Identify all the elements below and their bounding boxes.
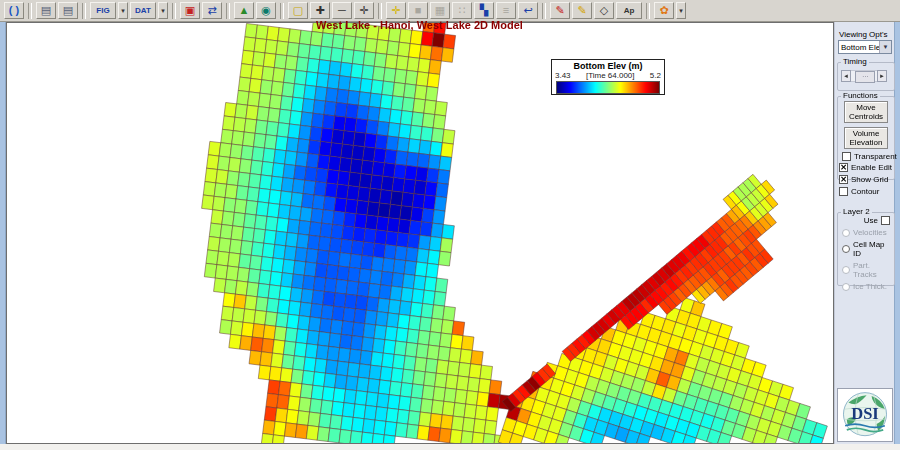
toolbar-separator [82, 3, 86, 19]
zoom-extent-button[interactable]: ▢ [288, 2, 308, 19]
timing-scrollbar[interactable]: ◄ ⋯ ► [841, 70, 887, 82]
window-frame-bottom [0, 444, 900, 450]
legend-max-value: 5.2 [650, 71, 661, 80]
legend-colorbar [556, 81, 660, 94]
export-dat-button[interactable]: DAT [130, 2, 156, 19]
chevron-down-icon[interactable]: ▼ [879, 41, 891, 53]
dsi-globe-icon: DSI [840, 391, 890, 439]
select-cell-button[interactable]: ✛ [386, 2, 406, 19]
pan-button[interactable]: ✛ [354, 2, 374, 19]
show-grid-label: Show Grid [851, 175, 888, 184]
viewing-opts-value: Bottom Elev [839, 43, 879, 52]
viewing-opts-label: Viewing Opt's [839, 30, 888, 39]
volume-elevation-button[interactable]: Volume Elevation [844, 127, 888, 149]
toolbar-separator [646, 3, 650, 19]
cell-map-id-radio[interactable] [842, 245, 850, 253]
enable-edit-checkbox[interactable]: ✕ [839, 163, 848, 172]
toolbar-separator [378, 3, 382, 19]
map-title: West Lake - Hanoi, West Lake 2D Model [316, 19, 523, 31]
mesh-button[interactable]: ▲ [234, 2, 254, 19]
move-centroids-button[interactable]: Move Centroids [844, 101, 888, 123]
model-grid-canvas[interactable] [7, 23, 833, 443]
legend-box: Bottom Elev (m) 3.43 [Time 64.000] 5.2 [551, 59, 665, 95]
pencil-red-button[interactable]: ✎ [550, 2, 570, 19]
timing-scroll-thumb[interactable]: ⋯ [855, 71, 875, 83]
enable-edit-label: Enable Edit [851, 163, 892, 172]
application-window: ( )▤▤FIG▾DAT▾▣⇄▲◉▢✚─✛✛■▦∷▚≡↩✎✎◇Ap✿▾ West… [0, 0, 900, 450]
velocities-label: Velocities [853, 228, 887, 237]
part-tracks-label: Part. Tracks [853, 261, 894, 279]
export-fig-button[interactable]: FIG [90, 2, 116, 19]
pencil-yellow-button[interactable]: ✎ [572, 2, 592, 19]
timing-group: Timing ◄ ⋯ ► [837, 62, 895, 91]
undo-button[interactable]: ↩ [518, 2, 538, 19]
fill-region-button: ■ [408, 2, 428, 19]
reload-button[interactable]: ⇄ [202, 2, 222, 19]
timing-scroll-right-icon[interactable]: ► [877, 70, 887, 82]
scatter-plot-button[interactable]: ▚ [474, 2, 494, 19]
svg-text:DSI: DSI [851, 404, 879, 423]
viewing-opts-dropdown[interactable]: Bottom Elev ▼ [838, 40, 892, 54]
settings-flower-button[interactable]: ✿ [654, 2, 674, 19]
ice-thick-label: Ice Thick. [853, 282, 887, 291]
cell-map-id-label: Cell Map ID [853, 240, 894, 258]
contour-label: Contour [851, 187, 879, 196]
functions-group-label: Functions [841, 91, 880, 100]
timing-scroll-left-icon[interactable]: ◄ [841, 70, 851, 82]
annotate-button[interactable]: Ap [616, 2, 642, 19]
print-dat-button[interactable]: ▤ [58, 2, 78, 19]
settings-flower-button-dropdown-icon[interactable]: ▾ [676, 2, 686, 19]
zoom-out-button[interactable]: ─ [332, 2, 352, 19]
layer2-group: Layer 2 Use Velocities Cell Map ID Part.… [837, 212, 895, 286]
polygon-button[interactable]: ◇ [594, 2, 614, 19]
node-select-button: ∷ [452, 2, 472, 19]
list-button: ≡ [496, 2, 516, 19]
ice-thick-radio[interactable] [842, 283, 850, 291]
part-tracks-radio[interactable] [842, 266, 850, 274]
model-map-panel[interactable] [6, 22, 834, 444]
globe-button[interactable]: ◉ [256, 2, 276, 19]
show-grid-checkbox[interactable]: ✕ [839, 175, 848, 184]
legend-title: Bottom Elev (m) [552, 61, 664, 71]
save-button[interactable]: ▣ [180, 2, 200, 19]
timing-scroll-track[interactable]: ⋯ [851, 70, 877, 82]
toolbar-separator [280, 3, 284, 19]
app-button[interactable]: ( ) [4, 2, 24, 19]
print-fig-button[interactable]: ▤ [36, 2, 56, 19]
toolbar-separator [542, 3, 546, 19]
toolbar-separator [28, 3, 32, 19]
velocities-radio[interactable] [842, 229, 850, 237]
layer2-group-label: Layer 2 [841, 207, 872, 216]
contour-checkbox[interactable] [839, 187, 848, 196]
export-fig-button-dropdown-icon[interactable]: ▾ [118, 2, 128, 19]
zoom-in-button[interactable]: ✚ [310, 2, 330, 19]
use-label: Use [864, 216, 878, 225]
export-dat-button-dropdown-icon[interactable]: ▾ [158, 2, 168, 19]
toolbar-separator [172, 3, 176, 19]
control-sidebar: Viewing Opt's Bottom Elev ▼ Timing ◄ ⋯ ►… [834, 22, 894, 444]
dsi-logo: DSI [837, 388, 893, 442]
chart-button: ▦ [430, 2, 450, 19]
timing-group-label: Timing [841, 57, 869, 66]
toolbar-separator [226, 3, 230, 19]
legend-time-label: [Time 64.000] [586, 71, 635, 80]
legend-min-value: 3.43 [555, 71, 571, 80]
use-checkbox[interactable] [881, 216, 890, 225]
